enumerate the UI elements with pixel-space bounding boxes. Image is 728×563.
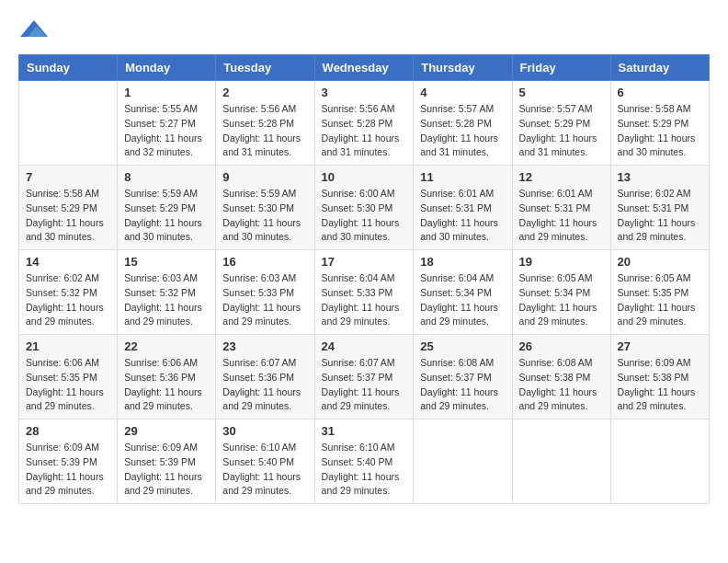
calendar-cell [19, 81, 118, 166]
daylight-text-cont: and 29 minutes. [124, 316, 193, 327]
logo-icon [20, 18, 48, 40]
day-info: Sunrise: 6:10 AMSunset: 5:40 PMDaylight:… [322, 441, 407, 499]
sunrise-text: Sunrise: 5:58 AM [618, 103, 691, 114]
sunset-text: Sunset: 5:31 PM [420, 202, 492, 213]
day-info: Sunrise: 5:57 AMSunset: 5:28 PMDaylight:… [420, 102, 505, 160]
daylight-text-cont: and 29 minutes. [420, 400, 489, 411]
calendar-header-friday: Friday [512, 55, 610, 81]
sunset-text: Sunset: 5:37 PM [420, 372, 492, 383]
sunrise-text: Sunrise: 6:06 AM [124, 357, 198, 368]
day-number: 23 [222, 339, 307, 353]
sunset-text: Sunset: 5:35 PM [618, 287, 689, 298]
sunset-text: Sunset: 5:39 PM [124, 456, 196, 467]
daylight-text-cont: and 30 minutes. [322, 231, 391, 242]
calendar-week-row: 14Sunrise: 6:02 AMSunset: 5:32 PMDayligh… [19, 250, 710, 335]
sunset-text: Sunset: 5:40 PM [222, 456, 294, 467]
calendar-cell: 9Sunrise: 5:59 AMSunset: 5:30 PMDaylight… [216, 166, 314, 250]
calendar-cell [512, 419, 610, 504]
day-number: 17 [322, 255, 407, 269]
daylight-text: Daylight: 11 hours [124, 132, 202, 144]
day-info: Sunrise: 6:03 AMSunset: 5:32 PMDaylight:… [124, 271, 209, 329]
day-number: 4 [420, 86, 505, 99]
sunset-text: Sunset: 5:28 PM [420, 118, 492, 129]
sunset-text: Sunset: 5:29 PM [124, 202, 196, 213]
sunrise-text: Sunrise: 5:56 AM [222, 103, 296, 114]
calendar-header-saturday: Saturday [610, 55, 709, 81]
daylight-text: Daylight: 11 hours [618, 217, 696, 228]
day-number: 25 [420, 339, 505, 353]
day-number: 10 [322, 170, 407, 184]
day-info: Sunrise: 5:57 AMSunset: 5:29 PMDaylight:… [519, 102, 604, 160]
day-number: 1 [124, 86, 209, 99]
calendar-cell: 26Sunrise: 6:08 AMSunset: 5:38 PMDayligh… [512, 335, 610, 419]
day-info: Sunrise: 5:59 AMSunset: 5:30 PMDaylight:… [222, 187, 307, 245]
day-info: Sunrise: 6:04 AMSunset: 5:34 PMDaylight:… [420, 271, 505, 329]
calendar-cell: 16Sunrise: 6:03 AMSunset: 5:33 PMDayligh… [216, 250, 314, 335]
daylight-text-cont: and 31 minutes. [420, 146, 489, 157]
sunset-text: Sunset: 5:28 PM [222, 118, 294, 129]
sunset-text: Sunset: 5:30 PM [222, 202, 294, 213]
day-info: Sunrise: 6:02 AMSunset: 5:31 PMDaylight:… [618, 187, 702, 245]
day-number: 26 [519, 339, 604, 353]
day-number: 31 [322, 424, 407, 438]
day-info: Sunrise: 6:09 AMSunset: 5:39 PMDaylight:… [124, 441, 209, 499]
day-info: Sunrise: 6:08 AMSunset: 5:38 PMDaylight:… [519, 356, 604, 414]
calendar-cell: 7Sunrise: 5:58 AMSunset: 5:29 PMDaylight… [19, 166, 118, 250]
daylight-text: Daylight: 11 hours [322, 471, 400, 482]
day-info: Sunrise: 6:04 AMSunset: 5:33 PMDaylight:… [322, 271, 407, 329]
sunset-text: Sunset: 5:27 PM [124, 118, 196, 129]
calendar-cell: 31Sunrise: 6:10 AMSunset: 5:40 PMDayligh… [314, 419, 414, 504]
day-info: Sunrise: 6:03 AMSunset: 5:33 PMDaylight:… [222, 271, 307, 329]
day-info: Sunrise: 5:58 AMSunset: 5:29 PMDaylight:… [26, 187, 110, 245]
daylight-text-cont: and 30 minutes. [124, 231, 193, 242]
calendar-cell: 8Sunrise: 5:59 AMSunset: 5:29 PMDaylight… [118, 166, 216, 250]
sunset-text: Sunset: 5:38 PM [519, 372, 591, 383]
day-number: 12 [519, 170, 604, 184]
sunrise-text: Sunrise: 6:08 AM [420, 357, 494, 368]
calendar-cell [414, 419, 512, 504]
daylight-text-cont: and 30 minutes. [618, 146, 687, 157]
daylight-text: Daylight: 11 hours [322, 302, 400, 313]
sunrise-text: Sunrise: 6:10 AM [222, 442, 296, 453]
daylight-text: Daylight: 11 hours [519, 132, 597, 144]
daylight-text: Daylight: 11 hours [124, 386, 202, 397]
sunrise-text: Sunrise: 5:59 AM [222, 188, 296, 199]
daylight-text-cont: and 29 minutes. [124, 400, 193, 411]
sunrise-text: Sunrise: 6:09 AM [618, 357, 691, 368]
calendar-cell: 11Sunrise: 6:01 AMSunset: 5:31 PMDayligh… [414, 166, 512, 250]
day-number: 27 [618, 339, 702, 353]
calendar-table: SundayMondayTuesdayWednesdayThursdayFrid… [18, 54, 710, 504]
daylight-text: Daylight: 11 hours [26, 386, 104, 397]
sunrise-text: Sunrise: 6:09 AM [26, 442, 99, 453]
calendar-cell: 10Sunrise: 6:00 AMSunset: 5:30 PMDayligh… [314, 166, 414, 250]
daylight-text-cont: and 32 minutes. [124, 146, 193, 157]
calendar-cell: 24Sunrise: 6:07 AMSunset: 5:37 PMDayligh… [314, 335, 414, 419]
daylight-text: Daylight: 11 hours [124, 217, 202, 228]
day-info: Sunrise: 5:56 AMSunset: 5:28 PMDaylight:… [222, 102, 307, 160]
calendar-cell: 15Sunrise: 6:03 AMSunset: 5:32 PMDayligh… [118, 250, 216, 335]
calendar-week-row: 7Sunrise: 5:58 AMSunset: 5:29 PMDaylight… [19, 166, 710, 250]
sunset-text: Sunset: 5:30 PM [322, 202, 393, 213]
daylight-text: Daylight: 11 hours [618, 386, 696, 397]
calendar-cell [610, 419, 709, 504]
sunset-text: Sunset: 5:29 PM [519, 118, 591, 129]
daylight-text: Daylight: 11 hours [420, 217, 498, 228]
day-info: Sunrise: 5:55 AMSunset: 5:27 PMDaylight:… [124, 102, 209, 160]
calendar-cell: 13Sunrise: 6:02 AMSunset: 5:31 PMDayligh… [610, 166, 709, 250]
daylight-text-cont: and 29 minutes. [322, 485, 391, 496]
sunrise-text: Sunrise: 6:06 AM [26, 357, 99, 368]
day-info: Sunrise: 6:10 AMSunset: 5:40 PMDaylight:… [222, 441, 307, 499]
sunset-text: Sunset: 5:36 PM [222, 372, 294, 383]
sunset-text: Sunset: 5:40 PM [322, 456, 393, 467]
daylight-text-cont: and 29 minutes. [519, 316, 588, 327]
calendar-header-thursday: Thursday [414, 55, 512, 81]
calendar-cell: 21Sunrise: 6:06 AMSunset: 5:35 PMDayligh… [19, 335, 118, 419]
sunrise-text: Sunrise: 5:58 AM [26, 188, 99, 199]
day-info: Sunrise: 6:01 AMSunset: 5:31 PMDaylight:… [519, 187, 604, 245]
calendar-cell: 29Sunrise: 6:09 AMSunset: 5:39 PMDayligh… [118, 419, 216, 504]
day-number: 20 [618, 255, 702, 269]
calendar-header-tuesday: Tuesday [216, 55, 314, 81]
daylight-text-cont: and 30 minutes. [222, 231, 291, 242]
sunrise-text: Sunrise: 5:59 AM [124, 188, 198, 199]
sunrise-text: Sunrise: 6:03 AM [222, 272, 296, 283]
